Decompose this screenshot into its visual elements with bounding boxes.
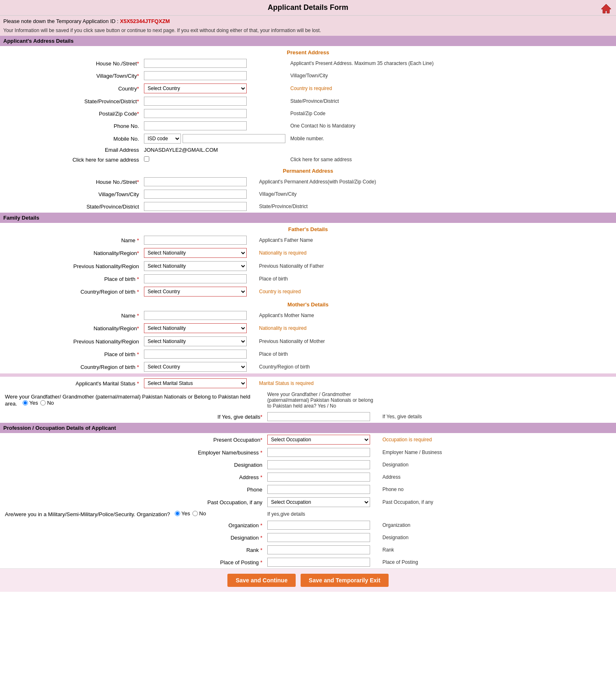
place-of-posting-input-cell [265, 556, 380, 568]
email-row: Email Address JONASDAYLE2@GMAIL.COM [2, 145, 614, 155]
designation-input[interactable] [267, 460, 370, 469]
phone-prof-input[interactable] [267, 485, 370, 494]
address-row: Address * Address [2, 471, 614, 483]
father-nationality-hint: Nationality is required [257, 246, 614, 260]
isd-select[interactable]: ISD code [144, 134, 181, 144]
address-hint: Address [380, 471, 614, 483]
if-yes-details-input[interactable] [267, 412, 370, 421]
mother-birth-input-cell [141, 348, 257, 360]
military-no-radio[interactable] [192, 511, 198, 516]
father-nationality-select[interactable]: Select Nationality [144, 248, 247, 258]
save-continue-button[interactable]: Save and Continue [227, 574, 296, 587]
country-hint: Country is required [288, 82, 614, 95]
father-name-input-cell [141, 234, 257, 246]
father-birth-hint: Place of birth [257, 273, 614, 285]
grandfather-no-label[interactable]: No [40, 400, 54, 406]
perm-state-input[interactable] [144, 202, 247, 211]
mother-birth-row: Place of birth * Place of birth [2, 348, 614, 360]
designation-hint: Designation [380, 459, 614, 471]
designation2-input[interactable] [267, 533, 370, 542]
country-select-cell: Select Country [141, 82, 288, 95]
father-prev-nationality-select[interactable]: Select Nationality [144, 261, 247, 271]
place-of-posting-input[interactable] [267, 558, 370, 567]
mother-birth-input[interactable] [144, 350, 247, 359]
past-occupation-select[interactable]: Select Occupation [267, 497, 370, 507]
state-province-input-cell [141, 95, 288, 107]
mother-prev-nationality-select[interactable]: Select Nationality [144, 336, 247, 346]
father-country-birth-label: Country/Region of birth * [2, 285, 141, 298]
marital-status-select[interactable]: Select Marital Status [144, 378, 247, 388]
past-occupation-label: Past Occupation, if any [2, 496, 265, 509]
temp-id-value: X5X52344JTFQXZM [120, 18, 170, 24]
grandfather-no-radio[interactable] [40, 400, 46, 406]
marital-status-label: Applicant's Marital Status * [2, 377, 141, 390]
email-label: Email Address [2, 145, 141, 155]
mother-country-birth-hint: Country/Region of birth [257, 360, 614, 373]
village-town-hint: Village/Town/City [288, 70, 614, 82]
perm-house-input[interactable] [144, 177, 247, 186]
email-value: JONASDAYLE2@GMAIL.COM [144, 147, 218, 153]
father-country-birth-select[interactable]: Select Country [144, 287, 247, 297]
perm-house-input-cell [141, 176, 257, 188]
father-country-birth-select-cell: Select Country [141, 285, 257, 298]
organization-input-cell [265, 519, 380, 531]
father-nationality-select-cell: Select Nationality [141, 246, 257, 260]
same-address-checkbox-cell [141, 155, 288, 165]
mother-country-birth-select-cell: Select Country [141, 360, 257, 373]
postal-zip-input-cell [141, 107, 288, 120]
designation2-input-cell [265, 531, 380, 544]
rank-input-cell [265, 544, 380, 556]
mother-name-row: Name * Applicant's Mother Name [2, 309, 614, 322]
separator [0, 373, 616, 377]
father-nationality-label: Nationality/Region* [2, 246, 141, 260]
address-section-header: Applicant's Address Details [0, 36, 616, 46]
father-name-row: Name * Applicant's Father Name [2, 234, 614, 246]
mother-prev-nationality-hint: Previous Nationality of Mother [257, 335, 614, 348]
mother-birth-label: Place of birth * [2, 348, 141, 360]
village-town-input[interactable] [144, 71, 247, 80]
organization-input[interactable] [267, 521, 370, 530]
postal-zip-input[interactable] [144, 109, 247, 118]
if-yes-details-input-cell [265, 410, 380, 423]
father-name-input[interactable] [144, 236, 247, 245]
mother-nationality-select[interactable]: Select Nationality [144, 323, 247, 333]
rank-label: Rank * [2, 544, 265, 556]
military-yes-radio[interactable] [175, 511, 180, 516]
military-no-label[interactable]: No [192, 510, 206, 517]
perm-village-input[interactable] [144, 190, 247, 199]
present-occupation-select[interactable]: Select Occupation [267, 435, 370, 445]
address-input[interactable] [267, 473, 370, 482]
rank-input[interactable] [267, 545, 370, 554]
organization-hint: Organization [380, 519, 614, 531]
house-street-input[interactable] [144, 59, 247, 68]
home-icon[interactable] [600, 2, 612, 16]
state-province-input[interactable] [144, 97, 247, 106]
present-address-header: Present Address [2, 46, 614, 57]
father-details-header: Father's Details [2, 223, 614, 234]
house-street-row: House No./Street* Applicant's Present Ad… [2, 57, 614, 70]
employer-name-input[interactable] [267, 448, 370, 457]
grandfather-yes-label[interactable]: Yes [23, 400, 38, 406]
military-yes-label[interactable]: Yes [175, 510, 190, 517]
page-header: Applicant Details Form Please note down … [0, 0, 616, 36]
father-name-label: Name * [2, 234, 141, 246]
mother-name-input[interactable] [144, 311, 247, 320]
marital-status-hint: Marital Status is required [257, 377, 614, 390]
mobile-label: Mobile No. [2, 132, 141, 145]
phone-label: Phone No. [2, 120, 141, 132]
grandfather-yes-radio[interactable] [23, 400, 28, 406]
country-select[interactable]: Select Country [144, 83, 247, 93]
permanent-address-table: House No./Street* Applicant's Permanent … [2, 176, 614, 213]
village-town-input-cell [141, 70, 288, 82]
designation-input-cell [265, 459, 380, 471]
mother-country-birth-label: Country/Region of birth * [2, 360, 141, 373]
father-birth-input[interactable] [144, 274, 247, 283]
phone-prof-hint: Phone no [380, 483, 614, 496]
designation-label: Designation [2, 459, 265, 471]
save-exit-button[interactable]: Save and Temporarily Exit [301, 574, 389, 587]
same-address-checkbox[interactable] [144, 156, 149, 162]
mother-country-birth-select[interactable]: Select Country [144, 362, 247, 372]
bottom-buttons: Save and Continue Save and Temporarily E… [0, 568, 616, 592]
phone-input[interactable] [144, 121, 247, 130]
mobile-input[interactable] [183, 134, 285, 143]
